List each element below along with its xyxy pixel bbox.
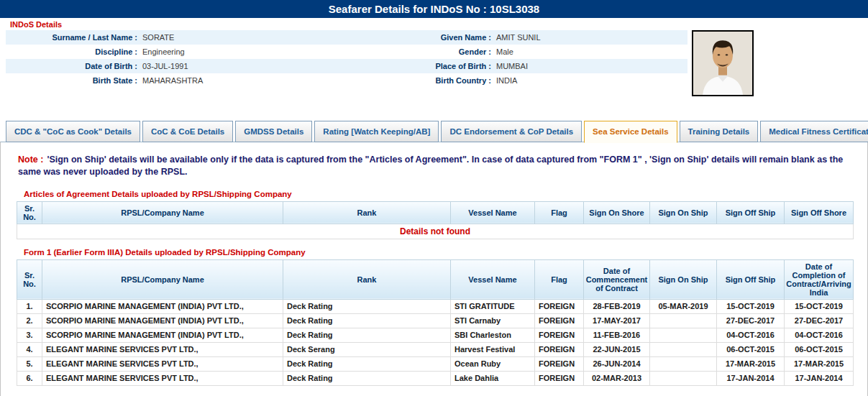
cell-commencement-date: 02-MAR-2013 [584, 371, 650, 385]
cell-sign-off-ship: 06-OCT-2015 [717, 342, 785, 356]
cell-sign-on-ship [650, 328, 717, 342]
col-sr-no: Sr. No. [17, 259, 42, 299]
tab-rating-watch-keeping-ab[interactable]: Rating [Watch Keeping/AB] [314, 121, 439, 142]
tab-gmdss-details[interactable]: GMDSS Details [235, 121, 312, 142]
cell-flag: FOREIGN [535, 371, 584, 385]
col-rank: Rank [283, 259, 451, 299]
cell-sign-off-ship: 15-OCT-2019 [717, 299, 785, 313]
date-of-birth-value: 03-JUL-1991 [142, 62, 358, 70]
person-portrait-icon [693, 32, 752, 95]
cell-sr-no: 4. [17, 342, 42, 356]
cell-rank: Deck Rating [283, 328, 451, 342]
cell-rank: Deck Rating [283, 356, 451, 371]
cell-commencement-date: 26-JUN-2014 [584, 356, 650, 371]
place-of-birth-label: Place of Birth : [358, 62, 496, 70]
col-flag: Flag [535, 201, 584, 224]
birth-state-label: Birth State : [6, 76, 142, 85]
surname-value: SORATE [142, 33, 358, 42]
empty-results-row: Details not found [17, 224, 854, 239]
cell-company: SCORPIO MARINE MANAGEMENT (INDIA) PVT LT… [42, 299, 283, 313]
tab-cdc-coc-as-cook-details[interactable]: CDC & "CoC as Cook" Details [6, 121, 140, 142]
given-name-value: AMIT SUNIL [496, 33, 687, 42]
col-company: RPSL/Company Name [42, 201, 283, 224]
cell-flag: FOREIGN [535, 299, 584, 313]
cell-sign-off-ship: 04-OCT-2016 [717, 328, 785, 342]
cell-sr-no: 6. [17, 371, 42, 385]
cell-commencement-date: 11-FEB-2016 [584, 328, 650, 342]
birth-state-value: MAHARASHTRA [142, 76, 358, 85]
cell-sr-no: 5. [17, 356, 42, 371]
col-sign-on-shore: Sign On Shore [584, 201, 650, 224]
cell-commencement-date: 17-MAY-2017 [584, 313, 650, 328]
cell-vessel: STI Carnaby [451, 313, 535, 328]
cell-company: SCORPIO MARINE MANAGEMENT (INDIA) PVT LT… [42, 313, 283, 328]
birth-country-value: INDIA [496, 76, 687, 85]
col-sign-off-ship: Sign Off Ship [717, 259, 785, 299]
cell-completion-date: 15-OCT-2019 [785, 299, 854, 313]
cell-company: ELEGANT MARINE SERVICES PVT LTD., [42, 371, 283, 385]
cell-company: ELEGANT MARINE SERVICES PVT LTD., [42, 342, 283, 356]
gender-value: Male [496, 47, 687, 56]
tab-sea-service-details[interactable]: Sea Service Details [584, 121, 677, 143]
articles-of-agreement-table: Sr. No. RPSL/Company Name Rank Vessel Na… [17, 201, 854, 239]
table-row: 1. SCORPIO MARINE MANAGEMENT (INDIA) PVT… [17, 299, 854, 313]
cell-vessel: Lake Dahlia [451, 371, 535, 385]
cell-company: ELEGANT MARINE SERVICES PVT LTD., [42, 356, 283, 371]
cell-completion-date: 06-OCT-2015 [785, 342, 854, 356]
place-of-birth-value: MUMBAI [496, 62, 687, 70]
cell-flag: FOREIGN [535, 328, 584, 342]
tab-medical-fitness-certificate[interactable]: Medical Fitness Certificate [760, 121, 868, 142]
cell-sign-on-ship: 05-MAR-2019 [650, 299, 717, 313]
form1-section-title: Form 1 (Earlier Form IIIA) Details uploa… [24, 248, 867, 257]
detail-row-birth: Date of Birth : 03-JUL-1991 Place of Bir… [6, 59, 687, 73]
col-rank: Rank [283, 201, 451, 224]
note-body: 'Sign on Ship' details will be available… [18, 155, 843, 177]
cell-completion-date: 17-MAR-2015 [785, 356, 854, 371]
discipline-label: Discipline : [6, 47, 142, 56]
cell-completion-date: 04-OCT-2016 [785, 328, 854, 342]
cell-vessel: Harvest Festival [451, 342, 535, 356]
col-vessel: Vessel Name [451, 201, 535, 224]
tab-coc-coe-details[interactable]: CoC & CoE Details [142, 121, 233, 142]
form1-header-row: Sr. No. RPSL/Company Name Rank Vessel Na… [17, 259, 854, 299]
cell-rank: Deck Rating [283, 371, 451, 385]
cell-sr-no: 2. [17, 313, 42, 328]
cell-completion-date: 17-JAN-2014 [785, 371, 854, 385]
articles-header-row: Sr. No. RPSL/Company Name Rank Vessel Na… [17, 201, 854, 224]
col-completion-date: Date of Completion of Contract/Arriving … [785, 259, 854, 299]
cell-sign-on-ship [650, 371, 717, 385]
indos-details-section-label: INDoS Details [10, 20, 868, 29]
table-row: 4. ELEGANT MARINE SERVICES PVT LTD., Dec… [17, 342, 854, 356]
cell-sign-off-ship: 17-JAN-2014 [717, 371, 785, 385]
note-text: Note :'Sign on Ship' details will be ava… [18, 154, 857, 178]
cell-sign-on-ship [650, 356, 717, 371]
tab-training-details[interactable]: Training Details [680, 121, 759, 142]
col-commencement-date: Date of Commencement of Contract [584, 259, 650, 299]
tab-dc-endorsement-cop-details[interactable]: DC Endorsement & CoP Details [441, 121, 582, 142]
page-title: Seafarer Details for INDoS No : 10SL3038 [0, 0, 868, 18]
detail-row-state: Birth State : MAHARASHTRA Birth Country … [6, 73, 687, 88]
cell-rank: Deck Serang [283, 342, 451, 356]
col-sign-off-ship: Sign Off Ship [717, 201, 785, 224]
form1-table: Sr. No. RPSL/Company Name Rank Vessel Na… [17, 259, 854, 386]
cell-vessel: Ocean Ruby [451, 356, 535, 371]
cell-sign-on-ship [650, 342, 717, 356]
given-name-label: Given Name : [358, 33, 496, 42]
detail-row-name: Surname / Last Name : SORATE Given Name … [6, 30, 687, 45]
detail-row-discipline: Discipline : Engineering Gender : Male [6, 45, 687, 59]
cell-company: SCORPIO MARINE MANAGEMENT (INDIA) PVT LT… [42, 328, 283, 342]
table-row: 5. ELEGANT MARINE SERVICES PVT LTD., Dec… [17, 356, 854, 371]
discipline-value: Engineering [142, 47, 358, 56]
sea-service-tab-content: Note :'Sign on Ship' details will be ava… [0, 142, 868, 396]
col-sign-off-shore: Sign Off Shore [785, 201, 854, 224]
cell-commencement-date: 28-FEB-2019 [584, 299, 650, 313]
details-not-found-message: Details not found [17, 224, 854, 239]
indos-details-panel: Surname / Last Name : SORATE Given Name … [0, 30, 868, 99]
cell-sign-on-ship [650, 313, 717, 328]
cell-flag: FOREIGN [535, 356, 584, 371]
cell-flag: FOREIGN [535, 313, 584, 328]
cell-rank: Deck Rating [283, 313, 451, 328]
cell-completion-date: 27-DEC-2017 [785, 313, 854, 328]
gender-label: Gender : [358, 47, 496, 56]
cell-sr-no: 1. [17, 299, 42, 313]
